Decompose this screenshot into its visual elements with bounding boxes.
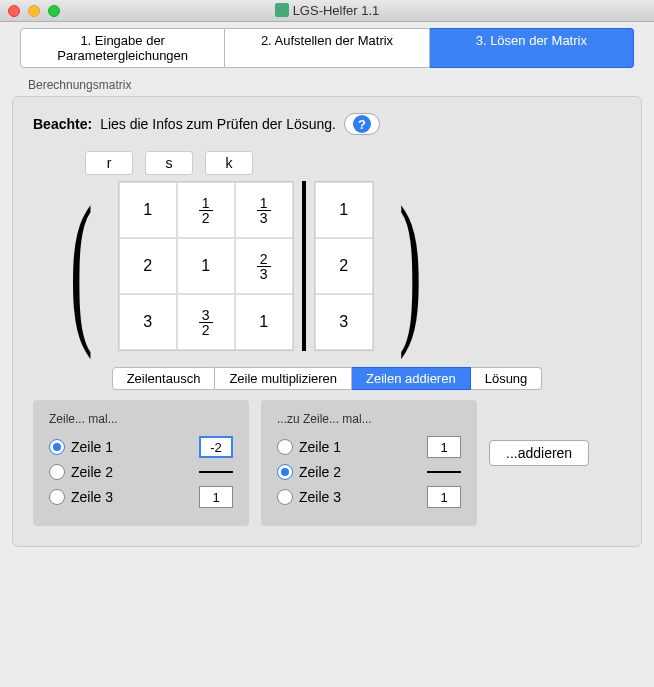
app-icon [275,3,289,17]
op-right-label: ...zu Zeile... mal... [277,412,461,426]
radio-row: Zeile 2 [277,464,461,480]
radio-text: Zeile 1 [299,439,341,455]
group-label: Berechnungsmatrix [28,78,654,92]
notice-text: Lies die Infos zum Prüfen der Lösung. [100,116,336,132]
matrix-cell: 3 [119,294,177,350]
matrix-cell: 2 [315,238,373,294]
window-title: LGS-Helfer 1.1 [0,3,654,18]
matrix-cell: 13 [235,182,293,238]
op-right-box: ...zu Zeile... mal... Zeile 1Zeile 2Zeil… [261,400,477,526]
tab-aufstellen[interactable]: 2. Aufstellen der Matrix [225,28,429,68]
matrix-area: ( 1121321233321 123 ) [53,181,621,351]
bracket-left-icon: ( [70,181,93,351]
operation-row: Zeile... mal... Zeile 1Zeile 2Zeile 3 ..… [33,400,621,526]
matrix-grid: 1121321233321 [118,181,294,351]
matrix-cell: 2 [119,238,177,294]
radio-text: Zeile 3 [71,489,113,505]
radio-text: Zeile 3 [299,489,341,505]
main-tabs: 1. Eingabe der Parametergleichungen 2. A… [20,28,634,68]
factor-input[interactable] [199,436,233,458]
fraction-divider [427,471,461,473]
radio-label[interactable]: Zeile 3 [277,489,341,505]
radio-zeile-2[interactable] [49,464,65,480]
radio-row: Zeile 1 [49,436,233,458]
op-left-box: Zeile... mal... Zeile 1Zeile 2Zeile 3 [33,400,249,526]
factor-input[interactable] [427,486,461,508]
column-headers: r s k [85,151,621,175]
matrix-cell: 1 [315,182,373,238]
question-icon: ? [353,115,371,133]
radio-zeile-3[interactable] [277,489,293,505]
sub-tabs: Zeilentausch Zeile multiplizieren Zeilen… [63,367,591,390]
matrix-cell: 3 [315,294,373,350]
tab-eingabe[interactable]: 1. Eingabe der Parametergleichungen [20,28,225,68]
factor-input[interactable] [199,486,233,508]
radio-zeile-1[interactable] [277,439,293,455]
col-header-k: k [205,151,253,175]
matrix-cell: 1 [119,182,177,238]
separator-bar [302,181,306,351]
radio-text: Zeile 1 [71,439,113,455]
matrix-cell: 23 [235,238,293,294]
matrix-panel: Beachte: Lies die Infos zum Prüfen der L… [12,96,642,547]
radio-zeile-3[interactable] [49,489,65,505]
radio-text: Zeile 2 [71,464,113,480]
add-button[interactable]: ...addieren [489,440,589,466]
matrix-cell: 1 [177,238,235,294]
op-left-label: Zeile... mal... [49,412,233,426]
radio-row: Zeile 1 [277,436,461,458]
subtab-zeilentausch[interactable]: Zeilentausch [112,367,216,390]
matrix-cell: 1 [235,294,293,350]
notice-bold: Beachte: [33,116,92,132]
tab-loesen[interactable]: 3. Lösen der Matrix [430,28,634,68]
radio-row: Zeile 3 [277,486,461,508]
radio-label[interactable]: Zeile 3 [49,489,113,505]
matrix-cell: 12 [177,182,235,238]
radio-zeile-1[interactable] [49,439,65,455]
matrix-cell: 32 [177,294,235,350]
rhs-grid: 123 [314,181,374,351]
notice-row: Beachte: Lies die Infos zum Prüfen der L… [33,113,621,135]
titlebar: LGS-Helfer 1.1 [0,0,654,22]
radio-row: Zeile 2 [49,464,233,480]
radio-label[interactable]: Zeile 2 [49,464,113,480]
subtab-multiplizieren[interactable]: Zeile multiplizieren [215,367,352,390]
radio-zeile-2[interactable] [277,464,293,480]
radio-row: Zeile 3 [49,486,233,508]
subtab-loesung[interactable]: Lösung [471,367,543,390]
radio-label[interactable]: Zeile 2 [277,464,341,480]
col-header-s: s [145,151,193,175]
help-button[interactable]: ? [344,113,380,135]
fraction-divider [199,471,233,473]
factor-input[interactable] [427,436,461,458]
subtab-addieren[interactable]: Zeilen addieren [352,367,471,390]
radio-label[interactable]: Zeile 1 [49,439,113,455]
bracket-right-icon: ) [399,181,422,351]
radio-label[interactable]: Zeile 1 [277,439,341,455]
radio-text: Zeile 2 [299,464,341,480]
